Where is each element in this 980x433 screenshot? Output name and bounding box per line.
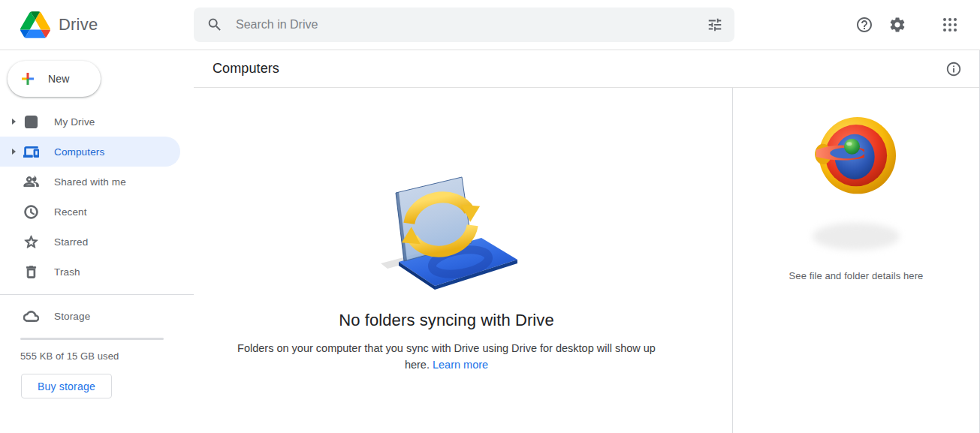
plus-icon	[19, 70, 37, 88]
storage-label: Storage	[54, 311, 90, 322]
sidebar-item-label: Starred	[54, 236, 88, 248]
sidebar-item-shared-with-me[interactable]: Shared with me	[0, 167, 180, 197]
trash-icon	[23, 263, 39, 280]
sidebar-item-trash[interactable]: Trash	[0, 257, 180, 287]
sidebar-item-my-drive[interactable]: My Drive	[0, 107, 180, 137]
clock-icon	[23, 203, 39, 220]
content-body: No folders syncing with Drive Folders on…	[194, 88, 979, 433]
my-drive-icon	[23, 113, 39, 130]
expand-chevron-icon[interactable]	[8, 149, 20, 155]
sidebar-item-label: Recent	[54, 206, 87, 218]
page-title: Computers	[213, 61, 279, 77]
sidebar-item-label: Trash	[54, 266, 80, 278]
sidebar-item-storage[interactable]: Storage	[0, 301, 180, 331]
drive-logo[interactable]: Drive	[0, 11, 194, 38]
info-icon[interactable]	[939, 54, 969, 84]
storage-usage-text: 555 KB of 15 GB used	[20, 350, 194, 362]
main-layout: New My Drive Computers	[0, 50, 980, 433]
google-apps-grid-icon[interactable]	[933, 8, 966, 41]
search-bar[interactable]	[194, 8, 734, 42]
star-icon	[23, 233, 39, 250]
search-input[interactable]	[230, 18, 700, 32]
files-empty-state: No folders syncing with Drive Folders on…	[194, 88, 733, 433]
expand-chevron-icon[interactable]	[8, 119, 20, 125]
cloud-icon	[23, 308, 39, 324]
settings-gear-icon[interactable]	[881, 8, 914, 41]
appbar-actions	[848, 8, 980, 41]
buy-storage-button[interactable]: Buy storage	[21, 374, 112, 398]
illustration-shadow	[813, 223, 900, 250]
sync-laptop-illustration	[364, 170, 529, 294]
sidebar-item-label: Computers	[54, 146, 104, 158]
sidebar-item-label: My Drive	[54, 116, 95, 128]
sidebar-nav: My Drive Computers Shared with me	[0, 107, 194, 287]
sidebar-item-computers[interactable]: Computers	[0, 137, 180, 167]
people-icon	[23, 173, 39, 190]
sidebar: New My Drive Computers	[0, 50, 194, 433]
learn-more-link[interactable]: Learn more	[433, 359, 488, 371]
new-button[interactable]: New	[8, 61, 101, 97]
app-bar: Drive	[0, 0, 980, 50]
sidebar-item-label: Shared with me	[54, 176, 126, 188]
details-panel: See file and folder details here	[733, 88, 979, 433]
search-icon[interactable]	[200, 10, 230, 40]
computers-icon	[23, 143, 39, 160]
search-options-icon[interactable]	[700, 10, 730, 40]
empty-state-description: Folders on your computer that you sync w…	[233, 340, 661, 374]
empty-state-heading: No folders syncing with Drive	[339, 311, 554, 330]
sidebar-item-starred[interactable]: Starred	[0, 227, 180, 257]
sidebar-divider	[0, 294, 194, 295]
app-title: Drive	[59, 15, 98, 35]
new-button-label: New	[48, 73, 70, 85]
sidebar-item-recent[interactable]: Recent	[0, 197, 180, 227]
storage-progress-bar	[20, 338, 164, 340]
content-area: Computers	[194, 50, 980, 433]
details-panel-message: See file and folder details here	[789, 270, 924, 281]
drive-logo-icon	[20, 11, 50, 38]
help-icon[interactable]	[848, 8, 881, 41]
cutaway-sphere-illustration	[808, 111, 904, 203]
content-header: Computers	[194, 50, 979, 88]
